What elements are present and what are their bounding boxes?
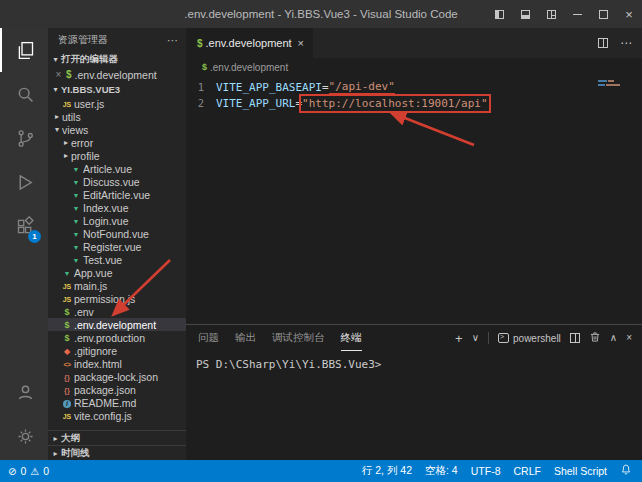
titlebar: .env.development - Yi.BBS.Vue3 - Visual … [0,0,642,28]
tree-item[interactable]: .env [48,305,186,318]
tree-item[interactable]: utils [48,110,186,123]
tree-item[interactable]: profile [48,149,186,162]
tree-item-label: vite.config.js [74,410,132,422]
activity-search[interactable] [0,72,48,116]
tree-item[interactable]: views [48,123,186,136]
panel-tab[interactable]: 终端 [341,325,362,351]
panel-tab[interactable]: 输出 [235,325,256,351]
tree-item[interactable]: error [48,136,186,149]
timeline-section[interactable]: 时间线 [48,445,186,460]
minimize-button[interactable] [564,0,590,28]
minimap[interactable] [598,80,634,88]
open-editors-section[interactable]: 打开的编辑器 [48,52,186,67]
tree-item[interactable]: .env.development [48,318,186,331]
file-type-icon [60,279,74,293]
tree-item[interactable]: Test.vue [48,253,186,266]
search-icon [15,84,36,105]
code-token-string annotation-box: "http://localhost:19001/api" [302,97,487,110]
tree-item[interactable]: vite.config.js [48,409,186,422]
activity-run-debug[interactable] [0,160,48,204]
maximize-panel-icon[interactable]: ∧ [610,333,617,343]
divider [488,332,489,344]
tree-item[interactable]: .env.production [48,331,186,344]
project-section[interactable]: YI.BBS.VUE3 [48,82,186,97]
panel-tab-label: 输出 [235,331,256,345]
activity-explorer[interactable] [0,28,48,72]
tree-item-label: Article.vue [83,163,132,175]
toggle-sidebar-button[interactable] [486,0,512,28]
tree-item[interactable]: .gitignore [48,344,186,357]
tree-item-label: user.js [74,98,104,110]
open-editor-item[interactable]: × $ .env.development [48,67,186,82]
tree-item[interactable]: main.js [48,279,186,292]
outline-section[interactable]: 大纲 [48,430,186,445]
file-type-icon [69,201,83,215]
terminal[interactable]: PS D:\CSharp\Yi\Yi.BBS.Vue3> [186,351,642,460]
panel-tab[interactable]: 问题 [198,325,219,351]
close-icon[interactable]: × [53,69,64,80]
panel-actions: + ∨ powershell ∧ × [455,325,642,351]
tab-close-icon[interactable]: × [298,37,304,49]
tree-item[interactable]: user.js [48,97,186,110]
code-editor[interactable]: 1 VITE_APP_BASEAPI="/api-dev" 2 VITE_APP… [186,76,642,324]
tab-env-development[interactable]: $ .env.development × [186,28,313,58]
chevron-down-icon [50,85,61,94]
close-panel-icon[interactable]: × [626,333,632,343]
tree-item[interactable]: Index.vue [48,201,186,214]
status-bar: ⊘ 0 ⚠ 0 行 2, 列 42 空格: 4 UTF-8 CRLF Shell… [0,460,642,482]
tree-item[interactable]: Article.vue [48,162,186,175]
indentation[interactable]: 空格: 4 [425,464,458,478]
run-debug-icon [15,172,36,193]
split-editor-icon[interactable] [598,38,608,48]
file-type-icon [60,383,74,397]
tree-chevron-icon [61,151,71,160]
split-terminal-icon[interactable] [570,333,580,343]
tree-item[interactable]: package-lock.json [48,370,186,383]
trash-icon[interactable] [589,329,601,347]
vscode-window: .env.development - Yi.BBS.Vue3 - Visual … [0,0,642,482]
shell-picker[interactable]: powershell [498,333,561,344]
activity-accounts[interactable] [0,370,48,414]
tree-item[interactable]: Discuss.vue [48,175,186,188]
tree-item[interactable]: Login.vue [48,214,186,227]
activity-extensions[interactable]: 1 [0,204,48,248]
new-terminal-icon[interactable]: + [455,332,463,345]
editor-group: $ .env.development × ⋯ $ .env.developmen… [186,28,642,460]
panel-bar: 问题 输出 调试控制台 终端 [186,325,642,351]
tree-item[interactable]: Register.vue [48,240,186,253]
panel-tab[interactable]: 调试控制台 [272,325,325,351]
window-close-button[interactable]: × [616,0,642,28]
eol[interactable]: CRLF [513,465,540,477]
error-icon: ⊘ [8,466,16,477]
tree-item[interactable]: App.vue [48,266,186,279]
tab-label: .env.development [206,37,292,49]
breadcrumb[interactable]: $ .env.development [186,58,642,76]
maximize-button[interactable] [590,0,616,28]
more-actions-icon[interactable]: ⋯ [620,36,632,50]
code-token-string: "/api-dev" [329,80,395,95]
line-number: 1 [186,81,216,93]
tree-item[interactable]: README.md [48,396,186,409]
file-type-icon [69,188,83,202]
tree-item[interactable]: permission.js [48,292,186,305]
more-actions-icon[interactable]: ⋯ [167,34,178,47]
terminal-dropdown-icon[interactable]: ∨ [472,333,479,343]
activity-settings[interactable] [0,414,48,458]
account-icon [15,382,36,403]
file-type-icon [60,97,74,111]
toggle-panel-button[interactable] [512,0,538,28]
customize-layout-button[interactable] [538,0,564,28]
problems-indicator[interactable]: ⊘ 0 ⚠ 0 [8,465,49,477]
cursor-position[interactable]: 行 2, 列 42 [362,464,412,478]
file-type-icon [69,175,83,189]
tree-chevron-icon [61,138,71,147]
tree-item[interactable]: NotFound.vue [48,227,186,240]
language-mode[interactable]: Shell Script [554,465,607,477]
tree-item[interactable]: EditArticle.vue [48,188,186,201]
notifications-bell-icon[interactable] [620,464,632,478]
activity-source-control[interactable] [0,116,48,160]
tree-item[interactable]: package.json [48,383,186,396]
tree-item[interactable]: index.html [48,357,186,370]
encoding[interactable]: UTF-8 [471,465,501,477]
customize-layout-icon [547,10,556,19]
